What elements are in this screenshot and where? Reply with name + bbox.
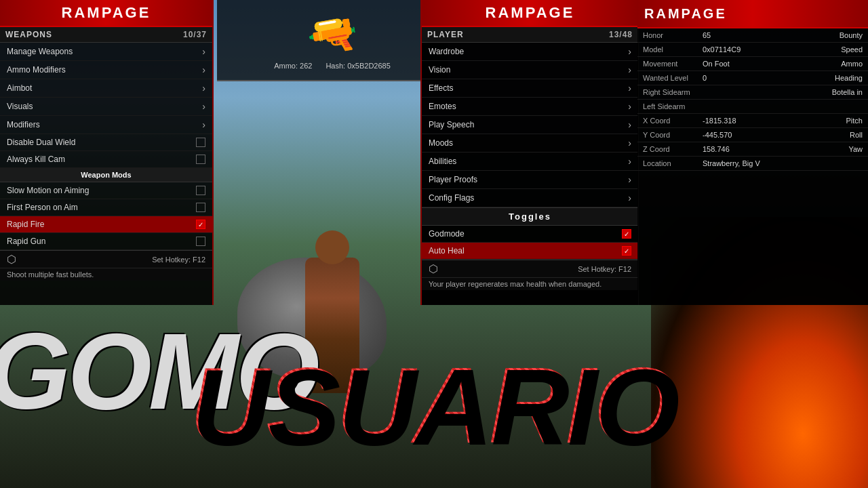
watermark-right: USUARIO [190,343,676,468]
hash-stat: Hash: 0x5B2D2685 [326,62,390,70]
zcoord-value: 158.746 [697,145,815,153]
rapid-gun-checkbox[interactable] [196,237,205,246]
always-kill-cam-checkbox[interactable] [196,155,205,164]
rapid-fire-checkbox[interactable]: ✓ [196,220,205,229]
ammo-modifiers-label: Ammo Modifiers [7,65,66,75]
speed-label: Speed [815,45,863,54]
stats-row-left-sidearm: Left Sidearm [637,100,868,114]
right-sidearm-value [697,88,815,96]
gun-stats: Ammo: 262 Hash: 0x5B2D2685 [274,62,391,70]
always-kill-cam-item[interactable]: Always Kill Cam [0,151,212,168]
ycoord-value: -445.570 [697,131,815,139]
right-sidearm-label: Right Sidearm [643,88,697,96]
rapid-fire-checkmark: ✓ [198,221,203,228]
honor-value: 65 [697,31,815,39]
first-person-aim-checkbox[interactable] [196,203,205,212]
config-flags-item[interactable]: Config Flags › [422,189,638,207]
godmode-label: Godmode [429,229,465,239]
auto-heal-checkbox[interactable]: ✓ [622,246,631,256]
abilities-item[interactable]: Abilities › [422,152,638,171]
godmode-checkbox[interactable]: ✓ [622,229,631,239]
emotes-item[interactable]: Emotes › [422,98,638,116]
stats-row-xcoord: X Coord -1815.318 Pitch [637,114,868,128]
empty-label [815,102,863,110]
aimbot-item[interactable]: Aimbot › [0,79,212,98]
right-panel-title: RAMPAGE [486,4,575,21]
effects-item[interactable]: Effects › [422,79,638,98]
wardrobe-item[interactable]: Wardrobe › [422,43,638,61]
left-panel-title: RAMPAGE [62,4,151,21]
abilities-label: Abilities [429,157,456,166]
roll-label: Roll [815,131,863,139]
gun-icon: 🔫 [303,7,361,63]
left-sidearm-value [697,102,815,110]
weapons-section-header: WEAPONS 10/37 [0,27,212,43]
auto-heal-label: Auto Heal [429,246,465,256]
player-proofs-item[interactable]: Player Proofs › [422,171,638,189]
aimbot-arrow: › [202,83,205,94]
ammo-modifiers-arrow: › [202,64,205,75]
first-person-aim-label: First Person on Aim [7,203,78,212]
config-flags-label: Config Flags [429,193,474,203]
abilities-arrow: › [628,156,631,167]
right-hotkey-text: Set Hotkey: F12 [578,265,631,273]
wardrobe-arrow: › [628,46,631,57]
player-proofs-arrow: › [628,174,631,185]
auto-heal-item[interactable]: Auto Heal ✓ [422,243,638,260]
ammo-modifiers-item[interactable]: Ammo Modifiers › [0,61,212,79]
vision-arrow: › [628,64,631,75]
ammo-stats-label: Ammo [815,60,863,68]
manage-weapons-label: Manage Weapons [7,47,73,56]
right-status-text: Your player regenerates max health when … [422,277,638,290]
left-panel: RAMPAGE WEAPONS 10/37 Manage Weapons › A… [0,0,214,305]
ammo-label: Ammo: [274,62,298,70]
yaw-label: Yaw [815,145,863,153]
slow-motion-aiming-checkbox[interactable] [196,186,205,195]
movement-label: Movement [643,60,697,68]
visuals-item[interactable]: Visuals › [0,98,212,116]
stats-row-ycoord: Y Coord -445.570 Roll [637,128,868,142]
rapid-gun-label: Rapid Gun [7,237,45,246]
player-count: 13/48 [609,30,633,39]
xcoord-label: X Coord [643,117,697,125]
play-speech-item[interactable]: Play Speech › [422,116,638,134]
heading-label: Heading [815,74,863,82]
rapid-fire-item[interactable]: Rapid Fire ✓ [0,216,212,233]
character-head [315,230,349,264]
auto-heal-checkmark: ✓ [624,247,629,255]
stats-header-title: RAMPAGE [644,6,727,22]
disable-dual-wield-checkbox[interactable] [196,138,205,147]
modifiers-arrow: › [202,119,205,130]
effects-arrow: › [628,83,631,94]
left-panel-header: RAMPAGE [0,0,212,27]
left-sidearm-label: Left Sidearm [643,102,697,110]
modifiers-item[interactable]: Modifiers › [0,116,212,134]
moods-item[interactable]: Moods › [422,134,638,152]
location-label: Location [643,159,697,167]
vision-item[interactable]: Vision › [422,61,638,79]
manage-weapons-arrow: › [202,46,205,57]
moods-label: Moods [429,138,453,148]
manage-weapons-item[interactable]: Manage Weapons › [0,43,212,61]
modifiers-label: Modifiers [7,120,40,129]
right-hotkey-row: ⬡ Set Hotkey: F12 [422,260,638,277]
moods-arrow: › [628,138,631,148]
zcoord-label: Z Coord [643,145,697,153]
player-proofs-label: Player Proofs [429,175,477,184]
rapid-gun-item[interactable]: Rapid Gun [0,233,212,250]
effects-label: Effects [429,83,453,93]
aimbot-label: Aimbot [7,83,32,93]
wanted-value: 0 [697,74,815,82]
first-person-aim-item[interactable]: First Person on Aim [0,199,212,216]
model-value: 0x07114C9 [697,45,815,54]
hash-label: Hash: [326,62,345,70]
godmode-item[interactable]: Godmode ✓ [422,226,638,243]
disable-dual-wield-item[interactable]: Disable Dual Wield [0,134,212,151]
right-panel-header: RAMPAGE [422,0,638,27]
movement-value: On Foot [697,60,815,68]
right-panel: RAMPAGE PLAYER 13/48 Wardrobe › Vision ›… [420,0,868,305]
wanted-label: Wanted Level [643,74,697,82]
stats-row-wanted: Wanted Level 0 Heading [637,71,868,85]
player-menu: RAMPAGE PLAYER 13/48 Wardrobe › Vision ›… [422,0,639,305]
slow-motion-aiming-item[interactable]: Slow Motion on Aiming [0,182,212,199]
